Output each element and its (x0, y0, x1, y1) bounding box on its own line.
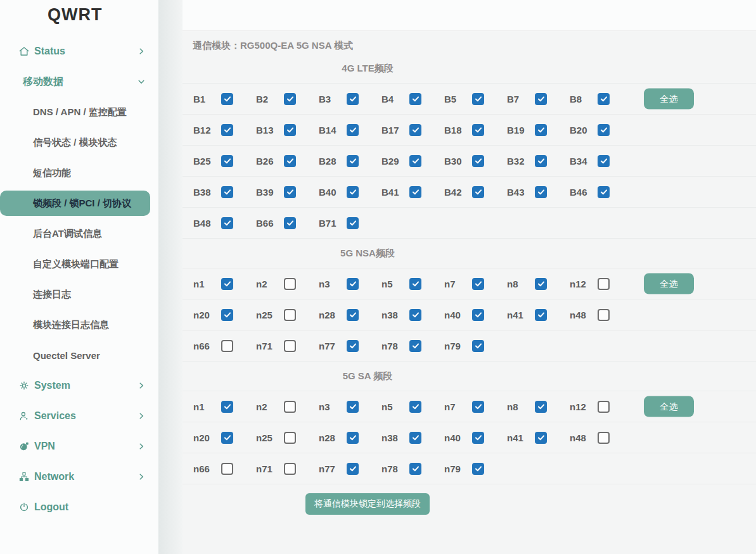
sidebar-item-status[interactable]: Status (0, 36, 158, 66)
band-checkbox[interactable] (221, 124, 233, 136)
band-checkbox[interactable] (347, 93, 359, 105)
band-checkbox[interactable] (409, 124, 421, 136)
band-checkbox[interactable] (284, 93, 296, 105)
band-checkbox[interactable] (409, 309, 421, 321)
band-checkbox[interactable] (347, 278, 359, 290)
band-checkbox[interactable] (535, 186, 547, 198)
sidebar-item-quectel-server[interactable]: Quectel Server (0, 340, 158, 370)
sidebar-item-connection-log[interactable]: 连接日志 (0, 279, 158, 310)
sidebar-item-system[interactable]: System (0, 370, 158, 401)
band-checkbox[interactable] (221, 309, 233, 321)
band-label: B12 (193, 125, 221, 135)
band-checkbox[interactable] (221, 432, 233, 444)
band-checkbox[interactable] (347, 155, 359, 167)
sidebar-item-label: Services (34, 410, 76, 422)
band-checkbox[interactable] (598, 186, 610, 198)
band-checkbox[interactable] (284, 186, 296, 198)
band-checkbox[interactable] (409, 278, 421, 290)
band-checkbox[interactable] (409, 401, 421, 413)
band-checkbox[interactable] (221, 186, 233, 198)
sidebar-item-band-lock[interactable]: 锁频段 / 锁PCI / 切协议 (0, 191, 150, 216)
band-pair: n78 (381, 463, 444, 475)
band-checkbox[interactable] (598, 155, 610, 167)
band-checkbox[interactable] (284, 124, 296, 136)
band-checkbox[interactable] (221, 463, 233, 475)
sidebar-item-sms[interactable]: 短信功能 (0, 158, 158, 188)
band-checkbox[interactable] (347, 340, 359, 352)
band-checkbox[interactable] (472, 463, 484, 475)
band-checkbox[interactable] (535, 155, 547, 167)
band-checkbox[interactable] (535, 401, 547, 413)
band-checkbox[interactable] (535, 278, 547, 290)
sidebar-item-module-port-config[interactable]: 自定义模块端口配置 (0, 249, 158, 279)
band-checkbox[interactable] (347, 186, 359, 198)
band-checkbox[interactable] (284, 432, 296, 444)
sidebar-item-module-connection-log[interactable]: 模块连接日志信息 (0, 310, 158, 340)
select-all-button[interactable]: 全选 (644, 396, 694, 417)
sidebar-item-logout[interactable]: Logout (0, 492, 158, 522)
band-checkbox[interactable] (598, 432, 610, 444)
band-checkbox[interactable] (347, 309, 359, 321)
band-checkbox[interactable] (472, 340, 484, 352)
band-checkbox[interactable] (221, 278, 233, 290)
band-checkbox[interactable] (472, 124, 484, 136)
band-checkbox[interactable] (221, 401, 233, 413)
band-checkbox[interactable] (598, 124, 610, 136)
sidebar-item-signal-module-status[interactable]: 信号状态 / 模块状态 (0, 127, 158, 158)
band-checkbox[interactable] (409, 186, 421, 198)
select-all-button[interactable]: 全选 (644, 274, 694, 294)
band-checkbox[interactable] (472, 278, 484, 290)
band-checkbox[interactable] (284, 463, 296, 475)
band-checkbox[interactable] (284, 401, 296, 413)
band-checkbox[interactable] (472, 93, 484, 105)
band-checkbox[interactable] (472, 309, 484, 321)
band-checkbox[interactable] (347, 124, 359, 136)
band-checkbox[interactable] (409, 463, 421, 475)
sidebar-item-dns-apn-monitor[interactable]: DNS / APN / 监控配置 (0, 97, 158, 127)
sidebar-item-network[interactable]: Network (0, 462, 158, 492)
band-checkbox[interactable] (347, 401, 359, 413)
band-checkbox[interactable] (472, 186, 484, 198)
band-checkbox[interactable] (409, 340, 421, 352)
band-checkbox[interactable] (472, 432, 484, 444)
band-pair: B1 (193, 93, 256, 105)
sidebar-item-services[interactable]: Services (0, 401, 158, 431)
band-checkbox[interactable] (535, 124, 547, 136)
band-checkbox[interactable] (347, 432, 359, 444)
band-checkbox[interactable] (409, 155, 421, 167)
band-checkbox[interactable] (284, 278, 296, 290)
band-checkbox[interactable] (535, 309, 547, 321)
sidebar-item-vpn[interactable]: VPN (0, 431, 158, 462)
band-checkbox[interactable] (535, 432, 547, 444)
band-checkbox[interactable] (347, 217, 359, 229)
band-checkbox[interactable] (221, 217, 233, 229)
band-label: n48 (570, 310, 598, 320)
band-checkbox[interactable] (598, 93, 610, 105)
band-checkbox[interactable] (347, 463, 359, 475)
band-label: B13 (256, 125, 284, 135)
band-checkbox[interactable] (284, 155, 296, 167)
select-all-button[interactable]: 全选 (644, 89, 694, 110)
sidebar-item-mobile-data[interactable]: 移动数据 (0, 66, 158, 97)
lock-bands-button[interactable]: 将通信模块锁定到选择频段 (305, 493, 430, 515)
band-pair: n25 (256, 432, 319, 444)
band-checkbox[interactable] (284, 340, 296, 352)
band-checkbox[interactable] (221, 340, 233, 352)
band-label: B29 (381, 156, 409, 167)
band-checkbox[interactable] (535, 93, 547, 105)
band-checkbox[interactable] (409, 93, 421, 105)
band-checkbox[interactable] (598, 309, 610, 321)
band-checkbox[interactable] (598, 401, 610, 413)
band-checkbox[interactable] (598, 278, 610, 290)
band-label: B8 (570, 94, 598, 104)
sidebar-item-label: 后台AT调试信息 (33, 228, 102, 240)
band-checkbox[interactable] (221, 155, 233, 167)
band-checkbox[interactable] (409, 432, 421, 444)
band-pair: n3 (319, 278, 381, 290)
band-checkbox[interactable] (221, 93, 233, 105)
band-checkbox[interactable] (472, 155, 484, 167)
band-checkbox[interactable] (472, 401, 484, 413)
sidebar-item-at-debug[interactable]: 后台AT调试信息 (0, 218, 158, 249)
band-checkbox[interactable] (284, 217, 296, 229)
band-checkbox[interactable] (284, 309, 296, 321)
